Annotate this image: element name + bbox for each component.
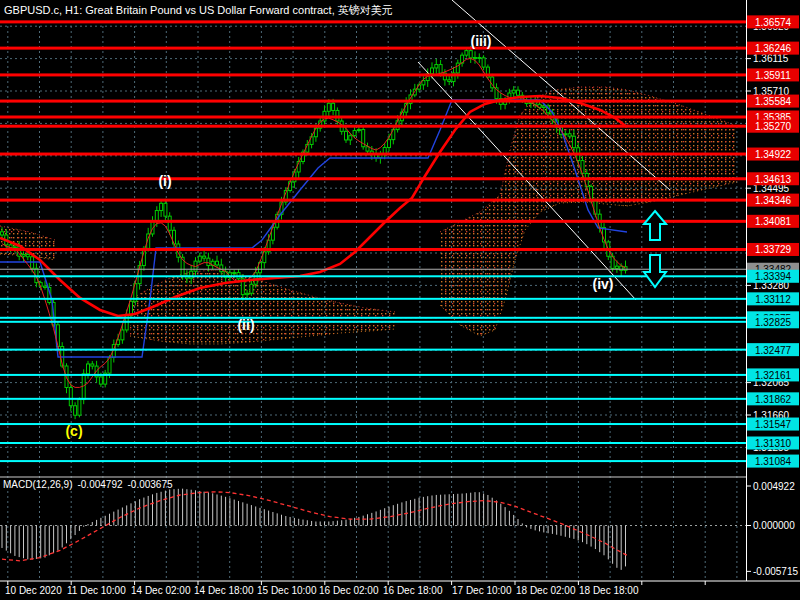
price-level-badge-text: 1.35911 — [755, 70, 791, 81]
time-axis-label: 10 Dec 2020 — [5, 585, 62, 596]
horizontal-levels[interactable] — [0, 20, 746, 462]
macd-name: MACD(12,26,9) — [3, 479, 72, 490]
price-level-badge-text: 1.34346 — [755, 195, 792, 206]
up-arrow-icon[interactable] — [644, 211, 666, 240]
wave-label: (i) — [158, 173, 171, 189]
price-level-badge-text: 1.34613 — [755, 174, 792, 185]
wave-label: (iv) — [593, 276, 614, 292]
price-level-badge-text: 1.33112 — [755, 294, 791, 305]
time-axis-label: 17 Dec 10:00 — [452, 585, 512, 596]
price-level-badge-text: 1.33729 — [755, 244, 792, 255]
price-level-badge-text: 1.31862 — [755, 394, 792, 405]
wave-label: (ii) — [237, 317, 254, 333]
time-axis-label: 16 Dec 18:00 — [383, 585, 443, 596]
time-axis: 10 Dec 202011 Dec 10:0014 Dec 02:0014 De… — [0, 581, 800, 596]
price-level-badge-text: 1.32477 — [755, 345, 792, 356]
price-level-badge-text: 1.32825 — [755, 317, 792, 328]
axis-price-label: 0.004922 — [753, 481, 795, 492]
price-level-badge-text: 1.36246 — [755, 43, 792, 54]
price-level-badge-text: 1.31084 — [755, 456, 792, 467]
axis-price-label: -0.005715 — [753, 566, 798, 577]
price-level-badge-text: 1.35584 — [755, 96, 792, 107]
time-axis-label: 18 Dec 18:00 — [579, 585, 639, 596]
macd-signal-line — [2, 492, 627, 561]
time-axis-label: 16 Dec 02:00 — [319, 585, 379, 596]
chart-canvas: (i)(ii)(iii)(iv)(c)1.365201.361151.35710… — [0, 0, 800, 600]
time-axis-label: 14 Dec 18:00 — [194, 585, 254, 596]
price-axis: 1.365201.361151.357101.344951.332801.320… — [746, 0, 800, 600]
time-axis-label: 11 Dec 10:00 — [67, 585, 126, 596]
time-axis-label: 14 Dec 02:00 — [131, 585, 191, 596]
price-level-badge-text: 1.32161 — [755, 370, 792, 381]
macd-main-value: -0.004792 — [77, 479, 122, 490]
wave-label: (iii) — [471, 33, 492, 49]
price-level-badge-text: 1.33394 — [755, 271, 792, 282]
axis-price-label: 1.36115 — [753, 53, 789, 64]
price-level-badge-text: 1.31310 — [755, 438, 792, 449]
price-level-badge-text: 1.36574 — [755, 17, 792, 28]
price-level-badge-text: 1.31547 — [755, 419, 792, 430]
mt4-chart-window: (i)(ii)(iii)(iv)(c)1.365201.361151.35710… — [0, 0, 800, 600]
chart-title: GBPUSD.c, H1: Great Britain Pound vs US … — [4, 3, 393, 18]
price-level-badge-text: 1.34922 — [755, 149, 792, 160]
time-axis-label: 15 Dec 10:00 — [257, 585, 317, 596]
axis-price-label: 0.000000 — [753, 520, 795, 531]
wave-label: (c) — [65, 423, 82, 439]
down-arrow-icon[interactable] — [644, 255, 666, 287]
macd-signal-value: -0.003675 — [128, 479, 173, 490]
price-level-badge-text: 1.34081 — [755, 216, 792, 227]
macd-pane — [0, 477, 800, 570]
price-level-badge-text: 1.35270 — [755, 121, 792, 132]
macd-indicator-label: MACD(12,26,9)-0.004792-0.003675 — [3, 479, 178, 490]
time-axis-label: 18 Dec 02:00 — [516, 585, 576, 596]
